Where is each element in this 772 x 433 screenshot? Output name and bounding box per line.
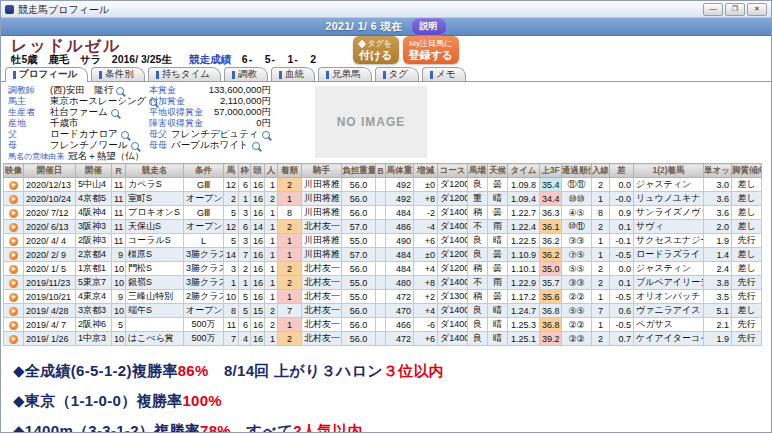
cell-time: 1.10.9 (508, 248, 540, 262)
video-play-icon[interactable] (9, 195, 18, 204)
cell-weight-change: +6 (414, 234, 438, 248)
video-play-icon[interactable] (9, 321, 18, 330)
minimize-button[interactable]: — (703, 3, 723, 16)
race-row-2[interactable]: 2020/10/244京都511室町Sオープン211621川田将雅56.0492… (4, 192, 762, 206)
cell-winner: ペガサス (634, 318, 704, 332)
tab-3[interactable]: 持ちタイム (148, 67, 221, 81)
cell-frame-no: 5 (239, 304, 251, 318)
cell-going: 重 (468, 192, 488, 206)
tab-5[interactable]: 血統 (271, 67, 315, 81)
cell-running-style: 先行 (732, 332, 762, 346)
race-row-11[interactable]: 2019/ 4/ 72阪神65500万1161621北村友一56.0466-6ダ… (4, 318, 762, 332)
video-play-icon[interactable] (9, 293, 18, 302)
cell-margin: -0.0 (610, 192, 634, 206)
tab-4[interactable]: 調教 (224, 67, 268, 81)
cell-video[interactable] (4, 234, 24, 248)
tab-marker-icon (430, 71, 433, 79)
cell-video[interactable] (4, 206, 24, 220)
race-row-12[interactable]: 2019/ 1/261中京310はこべら賞500万741612北村友一56.04… (4, 332, 762, 346)
search-icon[interactable] (121, 131, 129, 139)
add-tag-button[interactable]: タグを 付ける (353, 36, 399, 64)
cell-position-order: ⑤⑤ (562, 262, 592, 276)
cell-body-weight: 484 (386, 248, 414, 262)
tab-1[interactable]: プロフィール (5, 67, 88, 82)
race-row-3[interactable]: 2020/ 7/124阪神411プロキオンSGⅢ531618川田将雅56.048… (4, 206, 762, 220)
cell-video[interactable] (4, 276, 24, 290)
video-play-icon[interactable] (9, 265, 18, 274)
cell-odds: 3.6 (704, 192, 732, 206)
cell-jockey: 北村友一 (302, 262, 342, 276)
cell-body-weight: 480 (386, 276, 414, 290)
cell-body-weight: 472 (386, 290, 414, 304)
cell-video[interactable] (4, 220, 24, 234)
horse-header: レッドルゼル 牡5歳 鹿毛 サラ 2016/ 3/25生 競走成績 6- 5- … (1, 36, 771, 65)
cell-horse-no: 1 (224, 276, 239, 290)
cell-video[interactable] (4, 332, 24, 346)
register-watchlist-button[interactable]: My注目馬に 登録する (403, 36, 460, 64)
video-play-icon[interactable] (9, 223, 18, 232)
cell-date: 2020/ 1/ 5 (24, 262, 76, 276)
cell-blinkers (376, 248, 386, 262)
race-row-10[interactable]: 2019/ 4/283京都310端午Sオープン851527北村友一56.0470… (4, 304, 762, 318)
cell-video[interactable] (4, 248, 24, 262)
cell-time: 1.22.9 (508, 276, 540, 290)
race-row-9[interactable]: 2019/10/214東京49三峰山特別2勝クラス1051611北村友一55.0… (4, 290, 762, 304)
video-play-icon[interactable] (9, 251, 18, 260)
video-play-icon[interactable] (9, 181, 18, 190)
cell-blinkers (376, 290, 386, 304)
cell-video[interactable] (4, 290, 24, 304)
cell-odds: 1.4 (704, 248, 732, 262)
cell-date: 2020/10/24 (24, 192, 76, 206)
video-play-icon[interactable] (9, 335, 18, 344)
cell-frame-no: 3 (239, 206, 251, 220)
help-button[interactable]: 説明 (411, 18, 447, 36)
restore-button[interactable]: ❐ (725, 3, 745, 16)
col-header-horse-no: 馬 (224, 164, 239, 178)
video-play-icon[interactable] (9, 237, 18, 246)
cell-running-style: 差し (732, 206, 762, 220)
cell-class: オープン (184, 192, 224, 206)
search-icon[interactable] (116, 87, 124, 95)
cell-time: 1.09.8 (508, 178, 540, 192)
cell-date: 2020/ 4/ 4 (24, 234, 76, 248)
race-row-8[interactable]: 2019/11/235東京710銀嶺S3勝クラス111612北村友一55.048… (4, 276, 762, 290)
cell-position-order: ⑩⑩ (562, 192, 592, 206)
cell-finish: 1 (278, 192, 302, 206)
video-play-icon[interactable] (9, 209, 18, 218)
tab-6[interactable]: 兄弟馬 (318, 67, 372, 81)
tag-icon (358, 39, 366, 47)
cell-video[interactable] (4, 318, 24, 332)
cell-horse-no: 8 (224, 304, 239, 318)
video-play-icon[interactable] (9, 307, 18, 316)
cell-odds: 2.4 (704, 262, 732, 276)
race-row-1[interactable]: 2020/12/135中山411カペラSGⅢ1261612川田将雅56.0492… (4, 178, 762, 192)
tab-8[interactable]: メモ (422, 67, 466, 81)
video-play-icon[interactable] (9, 279, 18, 288)
race-row-5[interactable]: 2020/ 4/ 42阪神311コーラルSL531611川田将雅55.0490+… (4, 234, 762, 248)
cell-favorite: 1 (265, 234, 278, 248)
race-row-6[interactable]: 2020/ 2/ 92京都49橿原S3勝クラス1471611川田将雅57.048… (4, 248, 762, 262)
cell-video[interactable] (4, 178, 24, 192)
tab-2[interactable]: 条件別 (91, 67, 145, 81)
cell-weight: 55.0 (342, 290, 376, 304)
cell-last-3f: 36.8 (540, 304, 562, 318)
cell-video[interactable] (4, 192, 24, 206)
search-icon[interactable] (252, 142, 260, 150)
tab-label: メモ (436, 68, 455, 81)
summary-line-3: ◆1400m（3-3-1-2）複勝率78% すべて2人気以内 (13, 416, 771, 433)
cell-video[interactable] (4, 304, 24, 318)
search-icon[interactable] (111, 109, 119, 117)
search-icon[interactable] (262, 131, 270, 139)
cell-video[interactable] (4, 262, 24, 276)
race-row-7[interactable]: 2020/ 1/ 51京都110門松S3勝クラス321612北村友一56.048… (4, 262, 762, 276)
cell-horse-no: 12 (224, 220, 239, 234)
cell-blinkers (376, 262, 386, 276)
cell-odds: 2.1 (704, 318, 732, 332)
close-button[interactable]: ✕ (747, 3, 767, 16)
race-row-4[interactable]: 2020/ 6/133阪神311天保山Sオープン1261412北村友一57.04… (4, 220, 762, 234)
cell-horse-no: 12 (224, 178, 239, 192)
profile-panel: 調教師(西)安田 隆行馬主東京ホースレーシング生産者社台ファーム産地千歳市父ロー… (1, 82, 771, 162)
search-icon[interactable] (131, 142, 139, 150)
tab-7[interactable]: タグ (375, 67, 419, 81)
cell-position-order: ④⑤ (562, 206, 592, 220)
